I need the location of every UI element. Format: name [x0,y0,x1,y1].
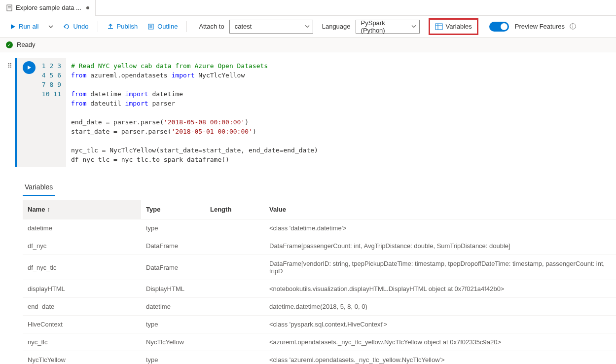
cell-name: df_nyc_tlc [23,255,141,280]
variables-button[interactable]: Variables [429,18,478,35]
chevron-down-icon [305,23,310,30]
run-column [17,58,41,167]
cell-value: <class 'azureml.opendatasets._nyc_tlc_ye… [264,351,616,364]
cell-type: datetime [141,298,205,316]
attach-to-select[interactable]: catest [229,20,313,34]
run-cell-button[interactable] [23,61,36,74]
outline-label: Outline [157,23,178,30]
cell-name: end_date [23,298,141,316]
cell-name: nyc_tlc [23,333,141,351]
notebook-icon [6,4,13,11]
code-editor[interactable]: # Read NYC yellow cab data from Azure Op… [66,58,611,167]
table-row[interactable]: df_nyc_tlcDataFrameDataFrame[vendorID: s… [23,255,616,280]
outline-button[interactable]: Outline [144,19,181,34]
cell-length [205,280,264,298]
cell-name: datetime [23,219,141,237]
run-all-dropdown[interactable] [44,19,57,34]
toggle-knob [501,23,507,30]
cell-length [205,351,264,364]
cell-type: type [141,219,205,237]
outline-icon [147,23,154,30]
play-icon [10,24,16,30]
svg-rect-8 [435,24,442,30]
run-all-button[interactable]: Run all [6,19,42,34]
undo-icon [63,23,70,30]
cell-value: <class 'pyspark.sql.context.HiveContext'… [264,316,616,333]
preview-features-toggle[interactable] [489,22,509,32]
status-ready-icon: ✓ [6,41,13,48]
svg-marker-11 [28,66,31,70]
table-row[interactable]: HiveContexttype<class 'pyspark.sql.conte… [23,316,616,333]
table-row[interactable]: end_datedatetimedatetime.datetime(2018, … [23,298,616,316]
notebook-tab[interactable]: Explore sample data ... [0,0,96,16]
cell-length [205,255,264,280]
svg-marker-3 [11,24,15,29]
cell-length [205,298,264,316]
separator [98,21,98,32]
cell-length [205,316,264,333]
table-row[interactable]: NycTlcYellowtype<class 'azureml.opendata… [23,351,616,364]
separator [186,21,187,32]
cell-value: datetime.datetime(2018, 5, 8, 0, 0) [264,298,616,316]
chevron-down-icon [48,24,53,29]
tab-title: Explore sample data ... [16,4,81,11]
cell-length [205,333,264,351]
cell-type: NycTlcYellow [141,333,205,351]
table-row[interactable]: nyc_tlcNycTlcYellow<azureml.opendatasets… [23,333,616,351]
cell-type: DataFrame [141,255,205,280]
preview-features-label: Preview Features [515,23,565,30]
cell-value: <class 'datetime.datetime'> [264,219,616,237]
variables-table: Name↑ Type Length Value datetimetype<cla… [23,200,616,364]
col-header-name[interactable]: Name↑ [23,200,141,219]
attach-to-value: catest [235,23,252,30]
play-icon [27,65,32,70]
run-all-label: Run all [19,23,38,30]
variables-tab[interactable]: Variables [23,179,55,196]
unsaved-indicator-icon [86,6,89,9]
toolbar: Run all Undo Publish Outline Attach to c… [0,16,616,37]
cell-name: df_nyc [23,237,141,255]
cell-value: DataFrame[vendorID: string, tpepPickupDa… [264,255,616,280]
cell-type: type [141,316,205,333]
cell-name: displayHTML [23,280,141,298]
col-header-value[interactable]: Value [264,200,616,219]
cell-value: <notebookutils.visualization.displayHTML… [264,280,616,298]
cell-type: DataFrame [141,237,205,255]
info-icon[interactable]: ⓘ [570,22,576,31]
cell-value: <azureml.opendatasets._nyc_tlc_yellow.Ny… [264,333,616,351]
language-label: Language [322,23,351,30]
variables-icon [435,23,443,30]
language-select[interactable]: PySpark (Python) [356,20,420,34]
code-cell: 1 2 3 4 5 6 7 8 9 10 11 # Read NYC yello… [15,58,611,167]
attach-to-label: Attach to [199,23,224,30]
tab-bar: Explore sample data ... [0,0,616,16]
col-header-length[interactable]: Length [205,200,264,219]
publish-button[interactable]: Publish [103,19,142,34]
cell-length [205,219,264,237]
undo-button[interactable]: Undo [59,19,92,34]
cell-value: DataFrame[passengerCount: int, AvgTripDi… [264,237,616,255]
cell-length [205,237,264,255]
publish-icon [107,23,114,30]
table-row[interactable]: displayHTMLDisplayHTML<notebookutils.vis… [23,280,616,298]
chevron-down-icon [411,23,416,30]
variables-label: Variables [446,23,472,30]
table-row[interactable]: datetimetype<class 'datetime.datetime'> [23,219,616,237]
cell-type: type [141,351,205,364]
language-value: PySpark (Python) [361,19,407,34]
undo-label: Undo [73,23,88,30]
sort-asc-icon: ↑ [47,206,50,213]
cell-type: DisplayHTML [141,280,205,298]
status-text: Ready [17,41,36,48]
cell-name: HiveContext [23,316,141,333]
col-header-type[interactable]: Type [141,200,205,219]
publish-label: Publish [117,23,138,30]
table-row[interactable]: df_nycDataFrameDataFrame[passengerCount:… [23,237,616,255]
cell-container: ⠿ 1 2 3 4 5 6 7 8 9 10 11 # Read NYC yel… [0,52,616,173]
drag-handle-icon[interactable]: ⠿ [5,58,15,167]
cell-name: NycTlcYellow [23,351,141,364]
status-bar: ✓ Ready [0,37,616,52]
line-gutter: 1 2 3 4 5 6 7 8 9 10 11 [41,58,66,167]
variables-panel: Variables Name↑ Type Length Value dateti… [0,173,616,364]
